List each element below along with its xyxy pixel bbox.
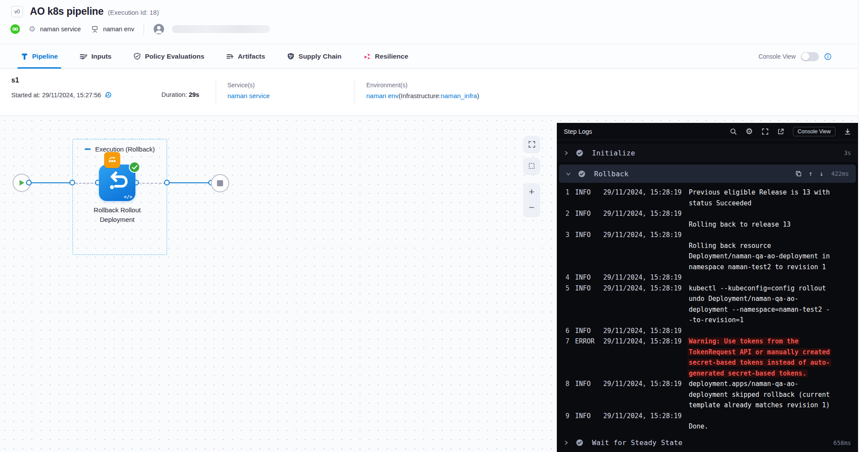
log-entry: 4INFO29/11/2024, 15:28:19 [565, 272, 851, 283]
zoom-out-button[interactable]: − [523, 200, 540, 215]
log-message: kubectl --kubeconfig=config rolloutundo … [689, 283, 851, 326]
section-name: Initialize [592, 149, 635, 157]
execution-tab-bar: Pipeline Inputs Policy Evaluations Arti [0, 44, 858, 69]
log-section-rollback[interactable]: Rollback ↑ ↓ 422ms [559, 165, 856, 183]
log-message-line: deployment --namespace=naman-test2 - [689, 304, 851, 315]
log-line-number: 1 [565, 187, 569, 208]
log-section-wait-for-steady-state[interactable]: Wait for Steady State 658ms [557, 434, 858, 452]
stage-info-bar: s1 Started at: 29/11/2024, 15:27:56 Dura… [0, 69, 858, 116]
chevron-right-icon[interactable] [564, 440, 570, 445]
log-timestamp: 29/11/2024, 15:28:19 [603, 187, 683, 208]
log-message-line: deployment skipped rollback (current [689, 389, 851, 400]
group-label-row[interactable]: Execution (Rollback) [73, 145, 167, 153]
log-message: Rolling back to release 13 [689, 208, 851, 230]
tab-supply-chain[interactable]: Supply Chain [285, 44, 343, 68]
step-success-circle-icon [576, 149, 583, 157]
log-entry: 6INFO29/11/2024, 15:28:19 [565, 326, 851, 337]
log-open-external-icon[interactable] [777, 128, 784, 135]
log-message: deployment.apps/naman-qa-ao-deployment s… [689, 379, 851, 411]
environments-block: Environment(s) naman env(Infrastructure:… [366, 82, 479, 99]
cd-module-icon [10, 24, 20, 34]
tab-pipeline-label: Pipeline [32, 53, 58, 60]
log-line-number: 9 [565, 411, 569, 432]
info-icon[interactable] [824, 53, 832, 60]
scroll-to-top-icon[interactable]: ↑ [809, 171, 812, 177]
service-name[interactable]: naman service [40, 26, 81, 33]
step-node-label[interactable]: Rollback Rollout Deployment [80, 205, 154, 224]
version-badge: v0 [11, 6, 23, 17]
section-name: Rollback [594, 170, 628, 178]
header-meta-row: ⚙ naman service naman env [10, 23, 858, 35]
console-view-toggle[interactable] [801, 52, 819, 61]
log-timestamp: 29/11/2024, 15:28:19 [603, 272, 683, 283]
log-message-line: namespace naman-test2 to revision 1 [689, 262, 851, 273]
tab-inputs[interactable]: Inputs [78, 44, 113, 68]
log-message-line [689, 326, 851, 337]
environment-name[interactable]: naman env [103, 26, 134, 33]
chevron-right-icon[interactable] [564, 151, 570, 155]
zoom-in-button[interactable]: + [523, 184, 540, 200]
log-settings-gear-icon[interactable]: ⚙ [746, 127, 753, 135]
tab-pipeline[interactable]: Pipeline [19, 44, 59, 68]
log-level: INFO [575, 230, 599, 272]
pipeline-execution-page: v0 AO k8s pipeline (Execution Id: 18) ⚙ … [0, 0, 868, 452]
duration-value: 29s [189, 91, 199, 98]
log-line-number: 2 [565, 208, 569, 230]
infrastructure-link[interactable]: naman_infra [441, 92, 477, 99]
console-view-control: Console View [759, 44, 832, 69]
log-entry: 1INFO29/11/2024, 15:28:19Previous eligib… [565, 187, 851, 208]
log-level: INFO [575, 411, 599, 432]
policy-shield-icon [133, 53, 141, 60]
redacted-user-email [172, 25, 270, 33]
services-block: Service(s) naman service [227, 82, 270, 99]
duration-label: Duration: [161, 91, 187, 98]
started-at-value: 29/11/2024, 15:27:56 [42, 92, 101, 99]
log-message [689, 272, 851, 283]
log-message-line: Done. [689, 421, 851, 432]
copy-logs-icon[interactable] [796, 171, 802, 177]
scroll-to-bottom-icon[interactable]: ↓ [819, 171, 823, 177]
chevron-down-icon[interactable] [566, 172, 572, 176]
log-message-line [689, 230, 851, 241]
pipeline-end-node[interactable] [211, 174, 229, 192]
environment-icon [91, 26, 99, 33]
connector-port [69, 180, 75, 185]
environment-link[interactable]: naman env [366, 92, 398, 99]
log-message-line: -to-revision=1 [689, 315, 851, 326]
user-avatar-icon [154, 24, 164, 34]
scrollbar-gutter[interactable] [858, 0, 868, 452]
service-link[interactable]: naman service [227, 92, 270, 99]
tab-artifacts[interactable]: Artifacts [224, 44, 267, 68]
log-line-number: 7 [565, 336, 569, 379]
log-fullscreen-icon[interactable] [762, 128, 769, 135]
duration: Duration: 29s [161, 91, 199, 98]
log-message-line: Rolling back to release 13 [689, 219, 851, 230]
log-entry: 5INFO29/11/2024, 15:28:19kubectl --kubec… [565, 283, 851, 326]
log-entry: 2INFO29/11/2024, 15:28:19 Rolling back t… [565, 208, 851, 230]
log-level: INFO [575, 208, 599, 230]
log-message: Done. [689, 411, 851, 432]
log-search-icon[interactable] [730, 128, 737, 135]
log-entry: 3INFO29/11/2024, 15:28:19 Rolling back r… [565, 230, 851, 272]
step-success-circle-icon [576, 439, 583, 446]
supply-chain-shield-icon [287, 53, 295, 60]
log-timestamp: 29/11/2024, 15:28:19 [603, 230, 683, 272]
collapse-minus-icon[interactable] [85, 148, 91, 150]
log-timestamp: 29/11/2024, 15:28:19 [603, 326, 683, 337]
connector-port [26, 180, 32, 185]
tab-resilience[interactable]: Resilience [362, 44, 410, 68]
canvas-select-region-button[interactable] [523, 158, 540, 174]
canvas-fit-screen-button[interactable] [523, 136, 540, 152]
console-view-button[interactable]: Console View [793, 127, 835, 136]
log-download-icon[interactable] [844, 128, 851, 135]
log-message-line: template already matches revision 1) [689, 400, 851, 411]
code-step-mark: </> [124, 194, 132, 200]
tab-policy-evaluations[interactable]: Policy Evaluations [132, 44, 206, 68]
log-section-initialize[interactable]: Initialize 3s [557, 144, 858, 162]
tab-inputs-label: Inputs [91, 53, 112, 60]
stage-divider [216, 80, 216, 105]
log-message: Previous eligible Release is 13 withstat… [689, 187, 851, 208]
execution-history-icon[interactable] [105, 91, 112, 99]
log-level: INFO [575, 283, 599, 326]
started-at-label: Started at: [11, 92, 40, 99]
